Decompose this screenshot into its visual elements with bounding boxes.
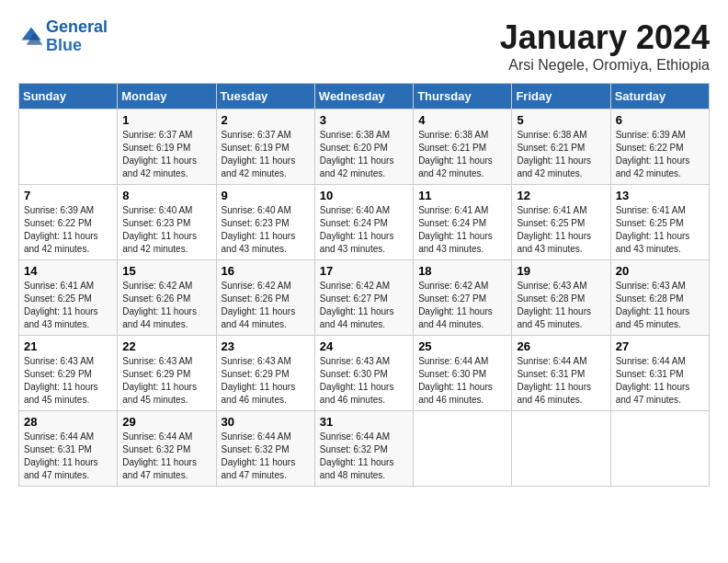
day-number: 22 bbox=[122, 339, 210, 353]
day-number: 11 bbox=[418, 189, 506, 202]
week-row-3: 14Sunrise: 6:41 AM Sunset: 6:25 PM Dayli… bbox=[19, 260, 710, 336]
day-number: 9 bbox=[222, 189, 310, 202]
day-cell: 15Sunrise: 6:42 AM Sunset: 6:26 PM Dayli… bbox=[118, 260, 216, 336]
week-row-5: 28Sunrise: 6:44 AM Sunset: 6:31 PM Dayli… bbox=[19, 411, 710, 487]
day-number: 14 bbox=[24, 264, 112, 278]
day-number: 28 bbox=[24, 415, 112, 429]
logo-icon bbox=[18, 24, 44, 50]
day-info: Sunrise: 6:38 AM Sunset: 6:21 PM Dayligh… bbox=[418, 129, 506, 180]
logo: General Blue bbox=[18, 18, 108, 55]
day-cell: 5Sunrise: 6:38 AM Sunset: 6:21 PM Daylig… bbox=[512, 109, 610, 185]
day-number: 27 bbox=[616, 339, 704, 353]
title-block: January 2024 Arsi Negele, Oromiya, Ethio… bbox=[500, 18, 710, 74]
page-header: General Blue January 2024 Arsi Negele, O… bbox=[18, 18, 710, 74]
week-row-4: 21Sunrise: 6:43 AM Sunset: 6:29 PM Dayli… bbox=[19, 336, 710, 411]
day-number: 4 bbox=[418, 113, 506, 127]
week-row-1: 1Sunrise: 6:37 AM Sunset: 6:19 PM Daylig… bbox=[19, 109, 710, 185]
day-cell: 10Sunrise: 6:40 AM Sunset: 6:24 PM Dayli… bbox=[314, 185, 413, 260]
day-cell: 12Sunrise: 6:41 AM Sunset: 6:25 PM Dayli… bbox=[512, 185, 610, 260]
month-title: January 2024 bbox=[500, 18, 710, 57]
day-cell: 9Sunrise: 6:40 AM Sunset: 6:23 PM Daylig… bbox=[216, 185, 314, 260]
day-info: Sunrise: 6:44 AM Sunset: 6:30 PM Dayligh… bbox=[418, 355, 506, 407]
day-cell: 11Sunrise: 6:41 AM Sunset: 6:24 PM Dayli… bbox=[414, 185, 512, 260]
col-header-friday: Friday bbox=[512, 84, 610, 109]
day-info: Sunrise: 6:42 AM Sunset: 6:26 PM Dayligh… bbox=[122, 280, 210, 331]
day-cell: 16Sunrise: 6:42 AM Sunset: 6:26 PM Dayli… bbox=[216, 260, 314, 336]
day-info: Sunrise: 6:44 AM Sunset: 6:32 PM Dayligh… bbox=[222, 431, 310, 482]
col-header-monday: Monday bbox=[118, 84, 216, 109]
day-cell: 31Sunrise: 6:44 AM Sunset: 6:32 PM Dayli… bbox=[314, 411, 413, 487]
location-subtitle: Arsi Negele, Oromiya, Ethiopia bbox=[500, 57, 710, 74]
day-number: 25 bbox=[418, 339, 506, 353]
day-number: 16 bbox=[222, 264, 310, 278]
day-info: Sunrise: 6:44 AM Sunset: 6:31 PM Dayligh… bbox=[517, 355, 605, 407]
day-cell: 1Sunrise: 6:37 AM Sunset: 6:19 PM Daylig… bbox=[118, 109, 216, 185]
day-number: 30 bbox=[222, 415, 310, 429]
day-cell: 27Sunrise: 6:44 AM Sunset: 6:31 PM Dayli… bbox=[610, 336, 709, 411]
logo-blue: Blue bbox=[46, 36, 82, 54]
day-info: Sunrise: 6:40 AM Sunset: 6:24 PM Dayligh… bbox=[320, 204, 408, 256]
day-number: 3 bbox=[320, 113, 408, 127]
day-cell: 22Sunrise: 6:43 AM Sunset: 6:29 PM Dayli… bbox=[118, 336, 216, 411]
day-cell: 20Sunrise: 6:43 AM Sunset: 6:28 PM Dayli… bbox=[610, 260, 709, 336]
day-info: Sunrise: 6:37 AM Sunset: 6:19 PM Dayligh… bbox=[122, 129, 210, 180]
col-header-sunday: Sunday bbox=[19, 84, 118, 109]
day-cell: 24Sunrise: 6:43 AM Sunset: 6:30 PM Dayli… bbox=[314, 336, 413, 411]
day-cell: 29Sunrise: 6:44 AM Sunset: 6:32 PM Dayli… bbox=[118, 411, 216, 487]
day-info: Sunrise: 6:40 AM Sunset: 6:23 PM Dayligh… bbox=[122, 204, 210, 256]
day-info: Sunrise: 6:41 AM Sunset: 6:24 PM Dayligh… bbox=[418, 204, 506, 256]
day-number: 10 bbox=[320, 189, 408, 202]
day-number: 24 bbox=[320, 339, 408, 353]
day-number: 17 bbox=[320, 264, 408, 278]
day-number: 7 bbox=[24, 189, 112, 202]
day-info: Sunrise: 6:37 AM Sunset: 6:19 PM Dayligh… bbox=[222, 129, 310, 180]
day-info: Sunrise: 6:43 AM Sunset: 6:29 PM Dayligh… bbox=[222, 355, 310, 407]
day-info: Sunrise: 6:40 AM Sunset: 6:23 PM Dayligh… bbox=[222, 204, 310, 256]
day-number: 21 bbox=[24, 339, 112, 353]
day-number: 2 bbox=[222, 113, 310, 127]
day-info: Sunrise: 6:41 AM Sunset: 6:25 PM Dayligh… bbox=[24, 280, 112, 331]
day-cell: 25Sunrise: 6:44 AM Sunset: 6:30 PM Dayli… bbox=[414, 336, 512, 411]
day-number: 18 bbox=[418, 264, 506, 278]
day-number: 29 bbox=[122, 415, 210, 429]
day-number: 23 bbox=[222, 339, 310, 353]
day-cell: 17Sunrise: 6:42 AM Sunset: 6:27 PM Dayli… bbox=[314, 260, 413, 336]
day-info: Sunrise: 6:43 AM Sunset: 6:29 PM Dayligh… bbox=[122, 355, 210, 407]
day-number: 6 bbox=[616, 113, 704, 127]
day-info: Sunrise: 6:43 AM Sunset: 6:28 PM Dayligh… bbox=[517, 280, 605, 331]
col-header-tuesday: Tuesday bbox=[216, 84, 314, 109]
day-cell: 28Sunrise: 6:44 AM Sunset: 6:31 PM Dayli… bbox=[19, 411, 118, 487]
day-info: Sunrise: 6:44 AM Sunset: 6:32 PM Dayligh… bbox=[122, 431, 210, 482]
day-number: 12 bbox=[517, 189, 605, 202]
day-cell: 13Sunrise: 6:41 AM Sunset: 6:25 PM Dayli… bbox=[610, 185, 709, 260]
day-cell: 6Sunrise: 6:39 AM Sunset: 6:22 PM Daylig… bbox=[610, 109, 709, 185]
day-cell: 18Sunrise: 6:42 AM Sunset: 6:27 PM Dayli… bbox=[414, 260, 512, 336]
day-info: Sunrise: 6:43 AM Sunset: 6:30 PM Dayligh… bbox=[320, 355, 408, 407]
day-info: Sunrise: 6:43 AM Sunset: 6:29 PM Dayligh… bbox=[24, 355, 112, 407]
day-info: Sunrise: 6:39 AM Sunset: 6:22 PM Dayligh… bbox=[24, 204, 112, 256]
day-number: 15 bbox=[122, 264, 210, 278]
calendar-table: SundayMondayTuesdayWednesdayThursdayFrid… bbox=[18, 83, 710, 487]
day-info: Sunrise: 6:42 AM Sunset: 6:26 PM Dayligh… bbox=[222, 280, 310, 331]
logo-general: General bbox=[46, 17, 108, 36]
week-row-2: 7Sunrise: 6:39 AM Sunset: 6:22 PM Daylig… bbox=[19, 185, 710, 260]
col-header-saturday: Saturday bbox=[610, 84, 709, 109]
day-number: 1 bbox=[122, 113, 210, 127]
day-cell: 23Sunrise: 6:43 AM Sunset: 6:29 PM Dayli… bbox=[216, 336, 314, 411]
day-info: Sunrise: 6:43 AM Sunset: 6:28 PM Dayligh… bbox=[616, 280, 704, 331]
day-number: 19 bbox=[517, 264, 605, 278]
day-info: Sunrise: 6:38 AM Sunset: 6:21 PM Dayligh… bbox=[517, 129, 605, 180]
day-cell: 21Sunrise: 6:43 AM Sunset: 6:29 PM Dayli… bbox=[19, 336, 118, 411]
day-info: Sunrise: 6:42 AM Sunset: 6:27 PM Dayligh… bbox=[320, 280, 408, 331]
day-cell: 8Sunrise: 6:40 AM Sunset: 6:23 PM Daylig… bbox=[118, 185, 216, 260]
day-number: 8 bbox=[122, 189, 210, 202]
day-cell bbox=[610, 411, 709, 487]
day-cell: 19Sunrise: 6:43 AM Sunset: 6:28 PM Dayli… bbox=[512, 260, 610, 336]
day-info: Sunrise: 6:41 AM Sunset: 6:25 PM Dayligh… bbox=[616, 204, 704, 256]
day-info: Sunrise: 6:44 AM Sunset: 6:31 PM Dayligh… bbox=[616, 355, 704, 407]
day-cell: 7Sunrise: 6:39 AM Sunset: 6:22 PM Daylig… bbox=[19, 185, 118, 260]
day-cell bbox=[512, 411, 610, 487]
logo-text: General Blue bbox=[46, 18, 108, 55]
day-cell: 3Sunrise: 6:38 AM Sunset: 6:20 PM Daylig… bbox=[314, 109, 413, 185]
day-info: Sunrise: 6:42 AM Sunset: 6:27 PM Dayligh… bbox=[418, 280, 506, 331]
